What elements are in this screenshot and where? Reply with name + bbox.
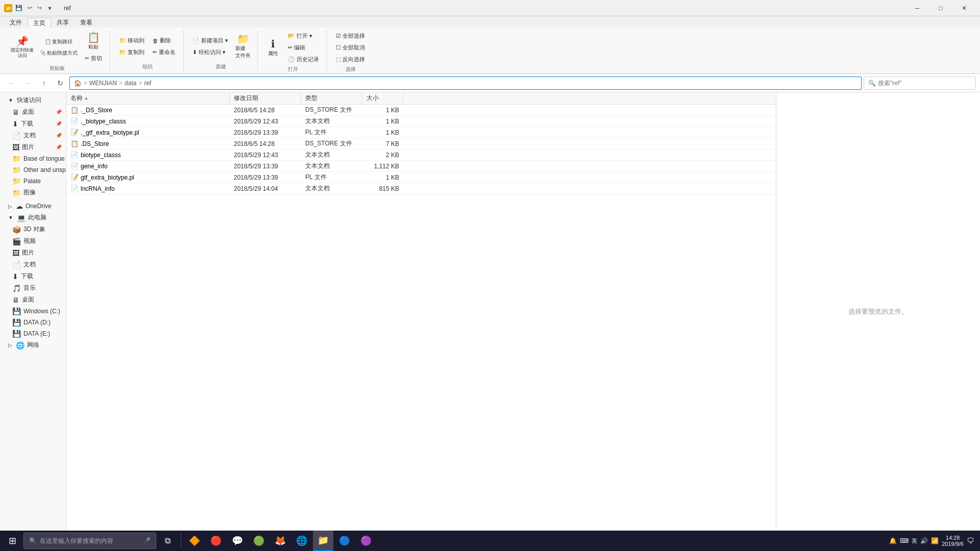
- taskbar-app-wechat[interactable]: 💬: [227, 531, 248, 551]
- quick-access-redo[interactable]: ↪: [37, 5, 42, 11]
- sidebar-item-base-tongue[interactable]: 📁 Base of tongue: [0, 153, 66, 164]
- taskbar-app-firefox[interactable]: 🦊: [270, 531, 290, 551]
- sidebar-item-network[interactable]: ▷ 🌐 网络: [0, 339, 66, 351]
- minimize-button[interactable]: ─: [905, 0, 929, 16]
- sidebar-item-e-drive[interactable]: 💾 DATA (E:): [0, 328, 66, 339]
- start-button[interactable]: ⊞: [2, 531, 22, 551]
- maximize-button[interactable]: □: [929, 0, 952, 16]
- close-button[interactable]: ✕: [952, 0, 976, 16]
- tray-network-icon[interactable]: 📶: [931, 537, 939, 544]
- back-button[interactable]: ←: [4, 76, 18, 90]
- table-row[interactable]: 📄 gene_info 2018/5/29 13:39 文本文档 1,112 K…: [66, 161, 776, 172]
- paste-shortcut-button[interactable]: 📎 粘贴快捷方式: [37, 48, 80, 58]
- file-date-cell: 2018/6/5 14:28: [230, 140, 301, 147]
- copy-to-button[interactable]: 📁 复制到: [115, 47, 148, 58]
- table-row[interactable]: 📋 ._DS_Store 2018/6/5 14:28 DS_STORE 文件 …: [66, 105, 776, 116]
- quick-access-undo[interactable]: ↩: [28, 5, 32, 11]
- tray-lang[interactable]: 英: [912, 537, 917, 545]
- refresh-button[interactable]: ↻: [53, 76, 67, 90]
- app-icon: 📁: [4, 4, 12, 12]
- history-button[interactable]: 🕐 历史记录: [284, 54, 323, 65]
- taskbar-search-icon: 🔍: [29, 537, 37, 544]
- sidebar-item-3d[interactable]: 📦 3D 对象: [0, 223, 66, 235]
- sidebar-item-d-drive[interactable]: 💾 DATA (D:): [0, 317, 66, 328]
- green-app-icon: 🟢: [253, 535, 264, 546]
- tray-action-center[interactable]: 🗨: [967, 537, 974, 545]
- table-row[interactable]: 📄 biotype_classs 2018/5/29 12:43 文本文档 2 …: [66, 149, 776, 161]
- sidebar-item-doc2[interactable]: 📄 文档: [0, 259, 66, 270]
- taskbar-app-ie[interactable]: 🌐: [291, 531, 312, 551]
- sidebar-item-pictures[interactable]: 🖼 图片 📌: [0, 141, 66, 153]
- sidebar-item-desktop2[interactable]: 🖥 桌面: [0, 294, 66, 306]
- desktop-icon: 🖥: [12, 108, 19, 116]
- taskbar-app-red[interactable]: 🔴: [206, 531, 226, 551]
- taskbar-app-5[interactable]: 🔵: [334, 531, 355, 551]
- edit-button[interactable]: ✏ 编辑: [284, 42, 323, 53]
- sidebar-item-other[interactable]: 📁 Other and unspec: [0, 164, 66, 176]
- select-all-button[interactable]: ☑ 全部选择: [332, 31, 369, 41]
- file-list: 📋 ._DS_Store 2018/6/5 14:28 DS_STORE 文件 …: [66, 105, 776, 531]
- sidebar-item-desktop[interactable]: 🖥 桌面 📌: [0, 106, 66, 118]
- tab-view[interactable]: 查看: [75, 17, 98, 28]
- new-folder-button[interactable]: 📁 新建文件夹: [233, 32, 253, 61]
- file-name-cell: 📝 gtf_extra_biotype.pl: [66, 173, 230, 181]
- col-header-date[interactable]: 修改日期: [230, 92, 301, 104]
- taskbar-app-edge[interactable]: 🔶: [184, 531, 205, 551]
- paste-label: 粘贴: [88, 43, 99, 51]
- tray-keyboard-icon[interactable]: ⌨: [900, 537, 909, 544]
- taskbar-search[interactable]: 🔍 在这里输入你要搜索的内容 🎤: [23, 533, 156, 549]
- quick-access-dropdown[interactable]: ▼: [47, 5, 53, 11]
- invert-selection-button[interactable]: ⬚ 反向选择: [332, 54, 369, 65]
- sidebar-item-downloads[interactable]: ⬇ 下载 📌: [0, 118, 66, 130]
- table-row[interactable]: 📄 lncRNA_info 2018/5/29 14:04 文本文档 815 K…: [66, 183, 776, 194]
- search-box[interactable]: 🔍: [864, 77, 976, 90]
- sidebar-item-images[interactable]: 📁 图像: [0, 187, 66, 198]
- forward-button[interactable]: →: [20, 76, 35, 90]
- table-row[interactable]: 📝 ._gtf_extra_biotype.pl 2018/5/29 13:39…: [66, 127, 776, 138]
- sidebar-item-onedrive[interactable]: ▷ ☁ OneDrive: [0, 201, 66, 212]
- rename-button[interactable]: ✏ 重命名: [149, 47, 179, 58]
- sidebar-quick-access-header[interactable]: ▼ 快速访问: [0, 94, 66, 106]
- search-input[interactable]: [878, 80, 971, 87]
- col-header-type[interactable]: 类型: [301, 92, 362, 104]
- tab-home[interactable]: 主页: [28, 18, 51, 28]
- taskbar-app-explorer[interactable]: 📁: [313, 531, 333, 551]
- taskbar-app-green[interactable]: 🟢: [249, 531, 269, 551]
- address-path[interactable]: 🏠 > WENJIAN > data > ref: [69, 77, 862, 90]
- sidebar-item-music[interactable]: 🎵 音乐: [0, 282, 66, 294]
- sidebar-item-c-drive[interactable]: 💾 Windows (C:): [0, 306, 66, 317]
- quick-access-save[interactable]: 💾: [15, 5, 22, 11]
- move-to-button[interactable]: 📁 移动到: [115, 35, 148, 46]
- paste-button[interactable]: 📋 粘贴: [84, 31, 103, 52]
- copy-button[interactable]: 📋 复制路径: [37, 37, 80, 47]
- delete-button[interactable]: 🗑 删除: [149, 35, 179, 46]
- table-row[interactable]: 📋 .DS_Store 2018/6/5 14:28 DS_STORE 文件 7…: [66, 138, 776, 149]
- pin-quick-access-button[interactable]: 📌 固定到快速访问: [8, 35, 36, 60]
- up-button[interactable]: ↑: [37, 76, 51, 90]
- tab-share[interactable]: 共享: [51, 17, 75, 28]
- taskbar-clock[interactable]: 14:28 2019/9/6: [942, 535, 964, 547]
- easy-access-button[interactable]: ⬇ 经松访问 ▾: [189, 47, 232, 58]
- sidebar-item-docs[interactable]: 📄 文档 📌: [0, 130, 66, 141]
- cut-button[interactable]: ✂ 剪切: [81, 53, 106, 64]
- new-folder-icon: 📁: [237, 34, 250, 44]
- select-none-button[interactable]: ☐ 全部取消: [332, 42, 369, 53]
- table-row[interactable]: 📄 ._biotype_classs 2018/5/29 12:43 文本文档 …: [66, 116, 776, 127]
- open-button[interactable]: 📂 打开 ▾: [284, 31, 323, 41]
- tray-volume-icon[interactable]: 🔊: [920, 537, 928, 544]
- sidebar-item-video[interactable]: 🎬 视频: [0, 235, 66, 247]
- col-header-name[interactable]: 名称 ▲: [66, 92, 230, 104]
- task-view-button[interactable]: ⧉: [157, 531, 178, 551]
- new-item-button[interactable]: 📄 新建项目 ▾: [189, 35, 232, 46]
- tab-file[interactable]: 文件: [4, 17, 28, 28]
- col-header-size[interactable]: 大小: [362, 92, 403, 104]
- sidebar-item-dl2[interactable]: ⬇ 下载: [0, 270, 66, 282]
- sidebar-item-pic2[interactable]: 🖼 图片: [0, 247, 66, 259]
- table-row[interactable]: 📝 gtf_extra_biotype.pl 2018/5/29 13:39 P…: [66, 172, 776, 183]
- sidebar-item-palate[interactable]: 📁 Palate: [0, 176, 66, 187]
- sidebar-item-thispc[interactable]: ▼ 💻 此电脑: [0, 212, 66, 223]
- paste-shortcut-icon: 📎: [40, 50, 46, 56]
- properties-button[interactable]: ℹ 属性: [263, 37, 283, 59]
- taskbar-app-6[interactable]: 🟣: [356, 531, 376, 551]
- tray-notification-icon[interactable]: 🔔: [889, 537, 897, 544]
